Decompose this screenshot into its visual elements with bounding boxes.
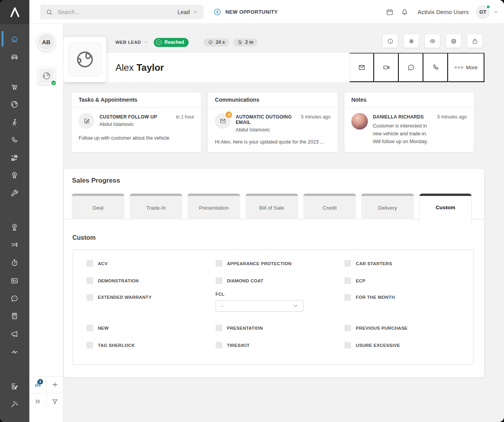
checkbox[interactable] (344, 294, 351, 301)
sidebar-item-document-edit-icon[interactable] (10, 382, 19, 391)
checkbox[interactable] (344, 342, 351, 348)
video-action-button[interactable] (374, 53, 399, 82)
checkbox-field[interactable]: EXTENDED WARRANTY (86, 289, 216, 319)
checkbox[interactable] (86, 294, 93, 301)
tab-custom[interactable]: Custom (419, 194, 472, 223)
tab-trade-in[interactable]: Trade-In (130, 194, 182, 219)
bell-icon (401, 8, 409, 16)
lead-type-label: WEB LEAD (115, 40, 141, 45)
sms-action-button[interactable] (399, 53, 423, 82)
mail-icon (358, 63, 366, 72)
customer-avatar[interactable]: AB (37, 32, 56, 51)
sidebar-item-vehicle-exchange-icon[interactable] (10, 153, 19, 162)
checkbox[interactable] (344, 277, 351, 284)
sidebar-item-car-icon[interactable] (10, 52, 19, 61)
checkbox-field[interactable]: DIAMOND COAT (216, 272, 345, 289)
task-item[interactable]: CUSTOMER FOLLOW UP Abdul Islamovic in 1 … (79, 113, 194, 129)
plus-circle-icon (213, 8, 221, 16)
sidebar-item-magic-wand-icon[interactable] (10, 400, 19, 408)
notifications-button[interactable] (397, 5, 412, 20)
checkbox-field[interactable]: PREVIOUS PURCHASE (344, 319, 473, 336)
sidebar-item-globe-icon[interactable] (10, 100, 19, 109)
checkbox-field[interactable]: APPEARANCE PROTECTION (216, 255, 345, 272)
sidebar-item-event-trophy-icon[interactable] (10, 223, 19, 232)
checkbox-field[interactable]: NEW (86, 319, 216, 336)
checkbox-field[interactable]: FOR THE MONTH (344, 289, 473, 319)
fcl-select[interactable]: -- (216, 300, 304, 312)
note-item[interactable]: DANIELLA RICHARDS Customer is interested… (351, 113, 467, 145)
sidebar-item-card-icon[interactable] (10, 277, 19, 285)
checkbox-field[interactable]: DEMONSTRATION (86, 272, 216, 289)
tab-bill-of-sale[interactable]: Bill of Sale (245, 194, 298, 219)
calendar-button[interactable] (382, 5, 397, 20)
communication-title: AUTOMATIC OUTGOING EMAIL (236, 114, 296, 125)
checkbox-field[interactable]: ACV (86, 255, 216, 272)
call-action-button[interactable] (423, 53, 448, 82)
share-button[interactable] (467, 34, 482, 48)
share-icon (472, 38, 478, 45)
sidebar-item-phone-icon[interactable] (10, 136, 19, 144)
sidebar-item-cart-check-icon[interactable] (10, 83, 19, 91)
sidebar-item-calculator-icon[interactable] (10, 312, 19, 320)
status-badge: Reached (154, 38, 189, 47)
search-scope-dropdown[interactable]: Lead (178, 9, 198, 15)
more-actions-button[interactable]: More (448, 53, 484, 82)
checkbox-field[interactable]: TIRES/KIT (216, 336, 345, 354)
checkbox[interactable] (216, 277, 222, 284)
communication-preview: Hi Alex, here is your updated quote for … (215, 139, 330, 145)
lead-avatar-card (63, 37, 106, 82)
check-badge (50, 80, 57, 86)
sidebar-item-walk-in-icon[interactable] (10, 118, 19, 127)
new-opportunity-button[interactable]: NEW OPPORTUNITY (209, 0, 283, 24)
checkbox[interactable] (86, 342, 93, 348)
lead-type-dropdown[interactable]: WEB LEAD (115, 40, 148, 45)
sidebar-item-stopwatch-icon[interactable] (10, 259, 19, 267)
search-scope-label: Lead (178, 9, 190, 15)
global-search[interactable]: Lead (40, 5, 203, 19)
sidebar-item-shuffle-icon[interactable] (10, 241, 19, 250)
hierarchy-button[interactable]: 3 (29, 377, 47, 393)
checkbox-field[interactable]: USURE EXCESSIVE (344, 336, 473, 354)
checkbox-field[interactable]: CAR STARTERS (344, 255, 473, 272)
tab-deal[interactable]: Deal (72, 194, 124, 219)
selected-lead-thumbnail[interactable] (38, 67, 55, 84)
tab-credit[interactable]: Credit (303, 194, 356, 219)
watch-button[interactable] (425, 34, 440, 48)
search-input[interactable] (53, 9, 178, 15)
checkbox[interactable] (86, 325, 93, 331)
sidebar-item-home[interactable] (10, 35, 19, 43)
email-action-button[interactable] (349, 53, 374, 82)
checkbox[interactable] (216, 325, 222, 331)
tab-presentation[interactable]: Presentation (187, 194, 240, 219)
user-menu-chevron-icon[interactable] (493, 9, 499, 15)
checkbox[interactable] (344, 325, 351, 331)
settings-button[interactable] (404, 34, 419, 48)
sidebar-item-award-icon[interactable] (10, 171, 19, 180)
app-window: Lead NEW OPPORTUNITY Activix Demo Users … (0, 0, 504, 422)
sidebar-item-wrench-icon[interactable] (10, 189, 19, 198)
user-avatar[interactable]: GT (476, 5, 490, 19)
info-button[interactable] (383, 34, 398, 48)
checkbox[interactable] (216, 342, 222, 348)
tab-delivery[interactable]: Delivery (361, 194, 414, 219)
add-button[interactable] (47, 377, 64, 393)
checkbox[interactable] (216, 260, 222, 267)
card-title: Tasks & Appointments (72, 92, 201, 108)
sidebar-item-chat-bubble-icon[interactable] (10, 294, 19, 303)
notes-card: Notes DANIELLA RICHARDS Customer is inte… (344, 92, 474, 153)
checkbox[interactable] (86, 260, 93, 267)
hierarchy-count-badge: 3 (38, 379, 43, 384)
checkbox-field[interactable]: ECP (344, 272, 473, 289)
print-button[interactable] (446, 34, 461, 48)
filter-button[interactable] (47, 393, 64, 410)
fcl-value: -- (221, 303, 224, 309)
last-name: Taylor (137, 62, 164, 73)
expand-panel-button[interactable] (29, 393, 47, 410)
communication-item[interactable]: AUTOMATIC OUTGOING EMAIL Abdul Islamovic… (215, 113, 330, 133)
checkbox[interactable] (344, 260, 351, 267)
checkbox-field[interactable]: TAG SHERLOCK (86, 336, 216, 354)
checkbox-field[interactable]: PRESENTATION (216, 319, 345, 336)
checkbox[interactable] (86, 277, 93, 284)
sidebar-item-megaphone-icon[interactable] (10, 330, 19, 338)
sidebar-item-activity-pulse-icon[interactable] (10, 348, 19, 356)
